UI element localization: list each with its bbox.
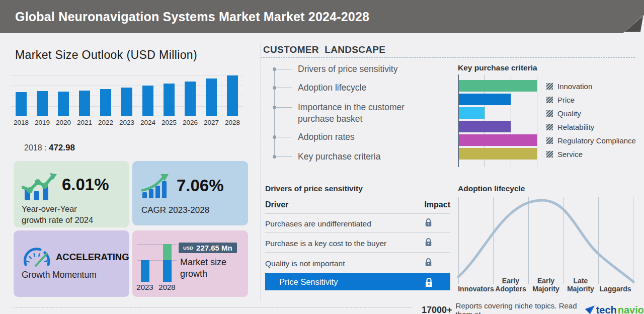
key-purchase-criteria-chart: [458, 74, 537, 167]
separator: :: [44, 143, 46, 152]
legend-hatch-marker: [546, 151, 553, 158]
bar-2019: [37, 91, 48, 116]
landscape-list-item: Key purchase criteria: [298, 151, 428, 163]
bar-2027: [206, 78, 217, 116]
criteria-bar-price: [459, 94, 511, 105]
bar-2020: [58, 92, 69, 116]
footer: 17000+ Reports covering niche topics. Re…: [422, 301, 644, 314]
x-axis-labels: 2018201920202021202220232024202520262027…: [11, 119, 243, 126]
bar-column: [158, 75, 180, 116]
table-row-impact: [425, 258, 432, 269]
landscape-list-item: Adoption rates: [298, 131, 428, 143]
growth-arrow-icon: [141, 173, 171, 199]
bar-column: [74, 75, 95, 116]
list-connector: [275, 137, 292, 137]
legend-hatch-marker: [546, 83, 553, 90]
cagr-value: 7.06%: [177, 176, 224, 195]
bell-curve: [455, 196, 636, 287]
bar-column: [53, 75, 74, 116]
growth-momentum-card: ACCELERATING Growth Momentum: [14, 230, 129, 297]
bar-2024: [142, 86, 153, 116]
column-header-driver: Driver: [265, 200, 288, 209]
bar-2025: [164, 84, 175, 116]
bar-label: 2027: [201, 119, 222, 126]
bar-label: 2025: [158, 119, 180, 126]
list-connector: [275, 107, 292, 108]
report-count: 17000+: [422, 305, 452, 314]
base-year-value: 2018 : 472.98: [24, 143, 75, 153]
price-sensitivity-highlight-row: Price Sensitivity: [265, 273, 450, 290]
key-purchase-criteria-title: Key purchase criteria: [458, 63, 537, 72]
mini-bar-2023: [141, 260, 149, 282]
bar-label: 2022: [95, 119, 116, 126]
bar-2022: [100, 89, 111, 116]
highlight-label: Price Sensitivity: [279, 277, 338, 287]
list-connector: [275, 88, 292, 88]
mini-bar-2028: [163, 260, 172, 282]
legend-hatch-marker: [546, 110, 553, 117]
bar-column: [137, 75, 158, 116]
mini-label-2028: 2028: [156, 283, 178, 291]
row-separator: [265, 232, 450, 233]
lock-icon: [425, 218, 432, 227]
base-year: 2018: [24, 143, 42, 152]
infographic-canvas: Global Neuronavigation Systems Market Ma…: [0, 0, 644, 314]
speedometer-icon: [23, 246, 51, 267]
bar-label: 2020: [53, 119, 74, 126]
bar-column: [11, 75, 32, 116]
bar-column: [180, 75, 201, 116]
table-row-driver: Purchase is a key cost to the buyer: [265, 239, 386, 248]
logo-navio-text: navio: [618, 304, 644, 314]
row-separator: [265, 252, 450, 253]
momentum-value: ACCELERATING: [56, 252, 129, 263]
criteria-bar-relatability: [459, 121, 511, 132]
legend-row: Innovation: [546, 82, 592, 91]
section-divider: [261, 57, 635, 58]
bar-2023: [121, 88, 132, 116]
bar-column: [222, 75, 243, 116]
bar-2021: [79, 91, 90, 116]
currency-label: USD: [183, 245, 193, 251]
vertical-divider: [261, 44, 261, 302]
legend-label: Innovation: [557, 82, 592, 91]
mini-label-2023: 2023: [134, 283, 156, 291]
yoy-value: 6.01%: [62, 175, 109, 194]
list-connector-line: [274, 69, 275, 156]
bar-label: 2018: [11, 119, 32, 126]
legend-row: Price: [546, 96, 575, 104]
bar-column: [95, 75, 116, 116]
criteria-bar-quality: [459, 107, 485, 119]
legend-row: Regulatory Compliance: [546, 136, 636, 145]
bar-label: 2028: [222, 119, 243, 126]
bar-2026: [185, 82, 196, 116]
table-row-impact: [425, 238, 432, 249]
legend-label: Service: [557, 150, 583, 159]
growth-amount-badge: USD 227.65 Mn: [179, 243, 237, 253]
technavio-logo[interactable]: technavio: [585, 304, 644, 314]
bar-label: 2019: [32, 119, 53, 126]
market-size-growth-card: 2023 2028 USD 227.65 Mn Market size grow…: [132, 230, 248, 297]
legend-hatch-marker: [546, 137, 553, 144]
criteria-bar-innovation: [459, 80, 537, 92]
legend-label: Regulatory Compliance: [557, 136, 636, 145]
mini-bar-2028-increment: [163, 244, 172, 260]
table-row-driver: Purchases are undifferentiated: [265, 219, 371, 228]
cagr-label: CAGR 2023-2028: [141, 205, 209, 215]
bar-2028: [227, 75, 238, 116]
bar-label: 2023: [116, 119, 137, 126]
footer-divider: [14, 307, 412, 307]
table-header-rule: [265, 213, 450, 213]
legend-label: Relatability: [557, 123, 594, 131]
list-connector: [275, 156, 292, 157]
legend-row: Relatability: [546, 123, 594, 131]
customer-landscape-title: CUSTOMER LANDSCAPE: [263, 44, 385, 55]
market-size-title: Market Size Outlook (USD Million): [15, 48, 197, 62]
page-curl-decoration: [623, 0, 644, 33]
technavio-arrow-icon: [585, 305, 595, 314]
bar-2018: [16, 92, 27, 116]
bar-label: 2021: [74, 119, 95, 126]
legend-label: Price: [557, 96, 575, 104]
momentum-label: Growth Momentum: [22, 270, 97, 280]
footer-text: Reports covering niche topics. Read them…: [456, 301, 582, 314]
adoption-lifecycle-title: Adoption lifecycle: [458, 184, 525, 193]
